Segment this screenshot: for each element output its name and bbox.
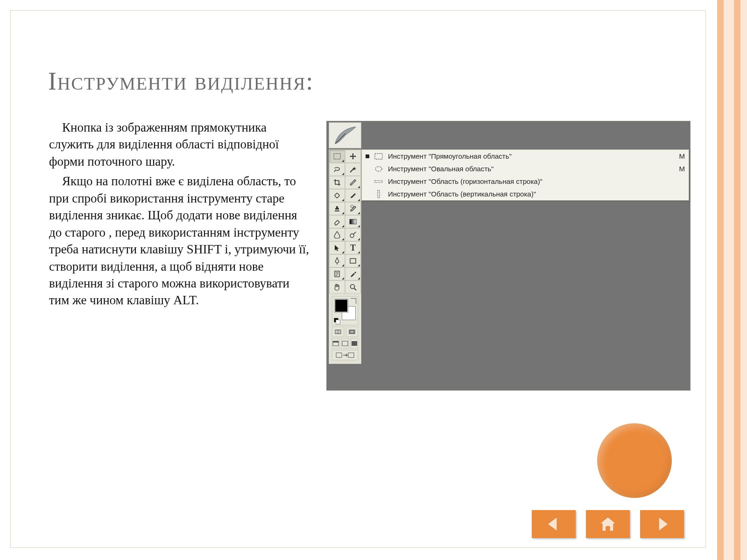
flyout-label: Инструмент "Прямоугольная область" [388,152,679,160]
tool-history-brush[interactable] [345,202,361,215]
svg-rect-2 [350,219,356,224]
tool-path-select[interactable] [329,241,345,254]
mode-quickmask[interactable] [346,327,358,337]
slide-frame: Інструменти виділення: Кнопка із зображе… [10,10,706,548]
tools-toolbar: T [329,149,361,364]
oval-marquee-icon [374,165,383,173]
foreground-color-swatch[interactable] [334,299,348,313]
svg-point-10 [351,331,353,333]
tool-lasso[interactable] [329,163,345,176]
tool-eraser[interactable] [329,215,345,228]
tool-eyedropper[interactable] [345,267,361,280]
row-marquee-icon [374,177,383,186]
rect-marquee-icon [374,152,383,161]
flyout-label: Инструмент "Овальная область" [388,165,679,173]
slide-title: Інструменти виділення: [48,67,314,96]
screen-mode-3[interactable] [351,338,358,349]
default-colors-icon[interactable] [334,318,339,323]
tool-move[interactable] [345,150,361,163]
tool-blur[interactable] [329,228,345,241]
svg-rect-19 [375,181,382,182]
tool-type[interactable]: T [345,241,361,254]
tool-gradient[interactable] [345,215,361,228]
flyout-item-row[interactable]: Инструмент "Область (горизонтальная стро… [362,175,689,188]
column-marquee-icon [374,190,383,198]
marquee-flyout-menu: Инструмент "Прямоугольная область" M Инс… [361,149,689,201]
tool-magic-wand[interactable] [345,163,361,176]
tool-notes[interactable] [329,267,345,280]
flyout-shortcut: M [679,165,685,173]
tool-marquee[interactable] [329,150,345,163]
slide-body: Кнопка із зображенням прямокутника служи… [49,119,313,312]
app-header-icon [329,122,361,148]
home-button[interactable] [586,510,630,538]
svg-rect-20 [378,190,380,198]
color-swatches[interactable] [332,296,358,325]
tool-pen[interactable] [329,254,345,267]
photoshop-screenshot: T [326,121,691,391]
tool-crop[interactable] [329,176,345,189]
prev-button[interactable] [532,510,576,538]
decorative-circle [597,423,672,498]
svg-rect-16 [348,353,354,357]
svg-rect-15 [336,353,342,357]
screen-mode-1[interactable] [332,338,339,349]
svg-point-8 [337,331,339,333]
tool-brush[interactable] [345,189,361,202]
jump-to-imageready[interactable] [332,350,358,360]
swap-colors-icon[interactable] [351,298,356,304]
flyout-label: Инструмент "Область (вертикальная строка… [388,190,685,198]
flyout-item-oval[interactable]: Инструмент "Овальная область" M [362,162,689,175]
svg-rect-13 [342,341,348,346]
screen-mode-2[interactable] [341,338,349,349]
tool-dodge[interactable] [345,228,361,241]
svg-rect-17 [375,154,382,159]
svg-rect-4 [350,259,356,263]
svg-point-18 [375,167,382,171]
flyout-item-rect[interactable]: Инструмент "Прямоугольная область" M [362,150,689,162]
svg-rect-0 [334,154,340,159]
svg-rect-14 [352,341,357,346]
flyout-label: Инструмент "Область (горизонтальная стро… [388,177,685,185]
tool-healing[interactable] [329,189,345,202]
paragraph-1: Кнопка із зображенням прямокутника служи… [49,119,313,170]
selected-dot-icon [366,154,369,158]
tool-zoom[interactable] [345,280,361,294]
tool-stamp[interactable] [329,202,345,215]
tool-slice[interactable] [345,176,361,189]
svg-rect-1 [334,193,339,198]
nav-buttons [532,510,684,538]
svg-rect-12 [333,341,338,343]
svg-point-6 [351,285,355,289]
next-button[interactable] [640,510,684,538]
paragraph-2: Якщо на полотні вже є виділена область, … [49,173,313,309]
tool-shape[interactable] [345,254,361,267]
mode-standard[interactable] [332,327,344,337]
svg-point-3 [350,234,354,238]
flyout-item-column[interactable]: Инструмент "Область (вертикальная строка… [362,188,689,200]
decorative-stripes [717,0,747,560]
flyout-shortcut: M [679,152,685,160]
tool-hand[interactable] [329,280,345,294]
